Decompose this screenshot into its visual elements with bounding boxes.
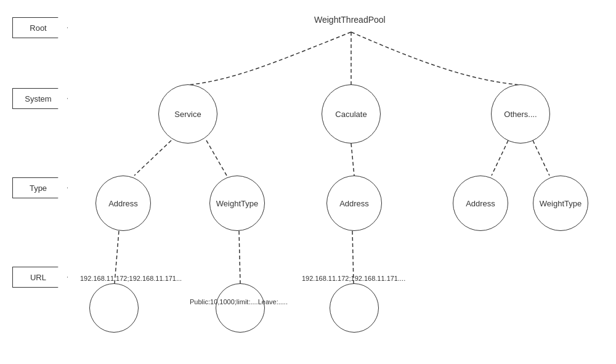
root-label: Root xyxy=(30,23,46,33)
service-weighttype-label: WeightType xyxy=(216,199,258,208)
legend-system: System xyxy=(12,88,68,109)
others-address-label: Address xyxy=(466,199,495,208)
type-label: Type xyxy=(30,184,47,193)
legend-root: Root xyxy=(12,17,68,38)
root-arrow: Root xyxy=(12,17,68,38)
caculate-address-node: Address xyxy=(326,176,382,231)
others-weighttype-label: WeightType xyxy=(540,199,582,208)
caculate-address-label: Address xyxy=(339,199,369,208)
service-address-label: Address xyxy=(108,199,138,208)
url-arrow: URL xyxy=(12,267,68,288)
root-node-label: WeightThreadPool xyxy=(314,15,386,25)
service-weighttype-node: WeightType xyxy=(209,176,265,231)
service-label: Service xyxy=(174,110,201,119)
caculate-url-node xyxy=(330,283,379,333)
service-url-node xyxy=(89,283,139,333)
service-address-node: Address xyxy=(95,176,151,231)
svg-line-1 xyxy=(134,140,171,176)
type-arrow: Type xyxy=(12,177,68,198)
svg-line-2 xyxy=(206,140,227,176)
url-label: URL xyxy=(30,273,46,282)
others-address-node: Address xyxy=(453,176,508,231)
svg-line-3 xyxy=(351,144,354,176)
service-node: Service xyxy=(158,84,217,144)
svg-line-7 xyxy=(239,231,240,283)
diagram: Root System Type URL WeightThreadPool Se… xyxy=(0,0,616,364)
others-label: Others.... xyxy=(504,110,537,119)
caculate-url-text: 192.168.11.172;192.168.11.171.... xyxy=(302,275,405,282)
caculate-label: Caculate xyxy=(335,110,367,119)
system-arrow: System xyxy=(12,88,68,109)
svg-line-4 xyxy=(492,140,508,176)
caculate-node: Caculate xyxy=(322,84,381,144)
svg-line-5 xyxy=(533,140,549,176)
legend-type: Type xyxy=(12,177,68,198)
others-weighttype-node: WeightType xyxy=(533,176,588,231)
service-url-text: 192.168.11.172;192.168.11.171... xyxy=(80,275,182,282)
system-label: System xyxy=(25,94,51,103)
others-node: Others.... xyxy=(491,84,550,144)
service-wt-url-node xyxy=(216,283,265,333)
service-wt-url-text: Public:10,1000;limit:....Leave:..... xyxy=(190,298,288,305)
legend-url: URL xyxy=(12,267,68,288)
